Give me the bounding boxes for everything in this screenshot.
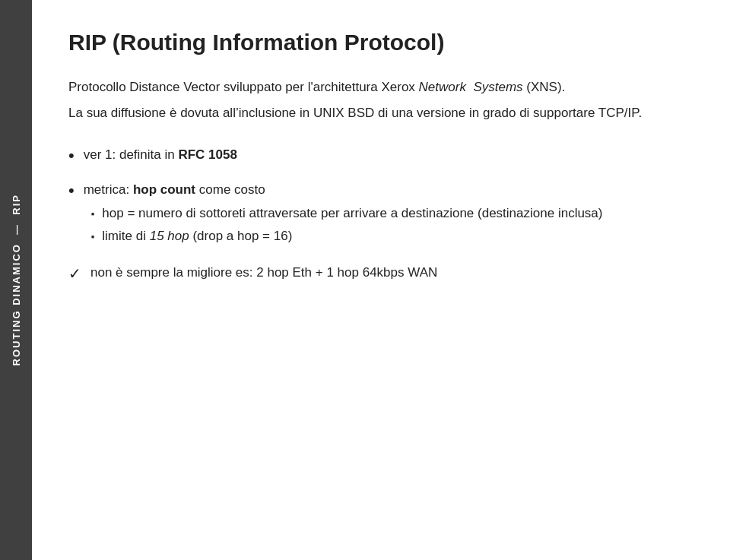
- check-bullet-item: ✓ non è sempre la migliore es: 2 hop Eth…: [68, 263, 694, 284]
- bullet-text-metrica: metrica: hop count come costo ▪ hop = nu…: [84, 180, 694, 249]
- sidebar: ROUTING DINAMICO — RIP: [0, 0, 32, 560]
- bullet-text-rfc: ver 1: definita in RFC 1058: [84, 145, 694, 165]
- main-content: RIP (Routing Information Protocol) Proto…: [32, 0, 730, 560]
- bullet-dot-2: •: [68, 180, 75, 202]
- bullet-section: • ver 1: definita in RFC 1058 • metrica:…: [68, 145, 694, 285]
- sub-bullet-1: ▪ hop = numero di sottoreti attraversate…: [91, 204, 694, 223]
- bullet-item-metrica: • metrica: hop count come costo ▪ hop = …: [68, 180, 694, 249]
- check-text: non è sempre la migliore es: 2 hop Eth +…: [90, 263, 437, 283]
- intro-text-1: Protocollo Distance Vector sviluppato pe…: [68, 80, 565, 94]
- check-icon: ✓: [68, 263, 81, 284]
- sub-bullet-square-1: ▪: [91, 207, 95, 222]
- sidebar-label: ROUTING DINAMICO — RIP: [11, 194, 22, 365]
- bullet-item-rfc: • ver 1: definita in RFC 1058: [68, 145, 694, 167]
- page-title: RIP (Routing Information Protocol): [68, 29, 694, 56]
- second-paragraph: La sua diffusione è dovuta all’inclusion…: [68, 103, 694, 123]
- bullet-dot-1: •: [68, 145, 75, 167]
- sub-bullet-text-1: hop = numero di sottoreti attraversate p…: [102, 204, 602, 223]
- intro-paragraph: Protocollo Distance Vector sviluppato pe…: [68, 78, 694, 97]
- sub-bullet-text-2: limite di 15 hop (drop a hop = 16): [102, 226, 292, 246]
- sub-bullets: ▪ hop = numero di sottoreti attraversate…: [91, 204, 694, 247]
- sub-bullet-2: ▪ limite di 15 hop (drop a hop = 16): [91, 226, 694, 246]
- sub-bullet-square-2: ▪: [91, 229, 95, 245]
